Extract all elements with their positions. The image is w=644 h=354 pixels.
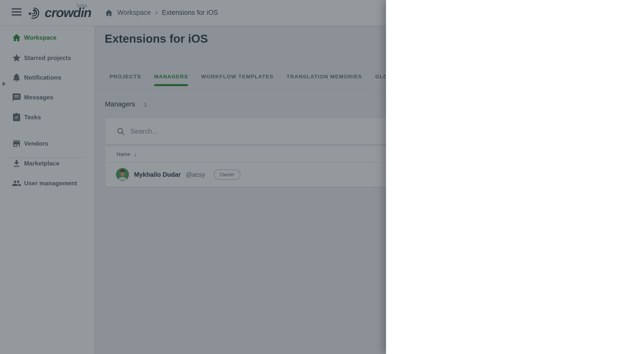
add-managers-panel: Extensions for iOS Add managers + + +	[386, 0, 644, 354]
modal-backdrop[interactable]	[0, 0, 386, 354]
crowdin-app: crowdin beta Workspace › Extensions for …	[0, 0, 644, 354]
